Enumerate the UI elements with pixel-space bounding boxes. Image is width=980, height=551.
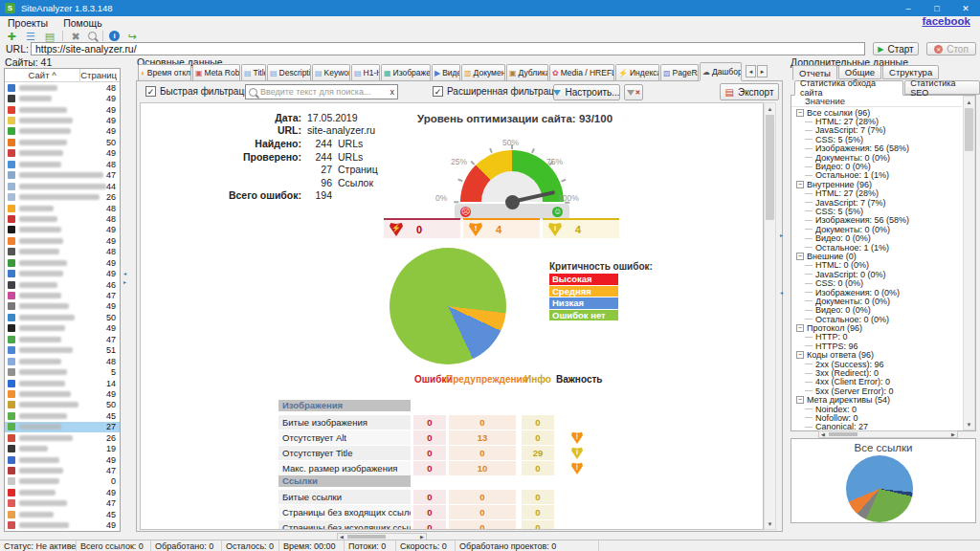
scrollbar-thumb[interactable] bbox=[766, 115, 774, 220]
main-tab[interactable]: ▣ Дубликаты bbox=[506, 64, 548, 80]
main-tab[interactable]: ▣ Meta Robots bbox=[192, 64, 240, 80]
main-tab[interactable]: ✿ Media / HREFLANG bbox=[549, 64, 614, 80]
tree-item[interactable]: − Остальное: 1 (1%) bbox=[791, 243, 962, 252]
tree-item[interactable]: − Noindex: 0 bbox=[791, 405, 962, 413]
site-row[interactable]: 47 bbox=[5, 334, 120, 344]
facebook-link[interactable]: facebook bbox=[923, 15, 971, 27]
tree-item[interactable]: − Видео: 0 (0%) bbox=[791, 162, 962, 170]
tree-item[interactable]: − HTML: 0 (0%) bbox=[791, 261, 962, 270]
site-row[interactable]: 47 bbox=[5, 290, 120, 300]
site-row[interactable]: 49 bbox=[5, 323, 120, 334]
tab-scroll-right-icon[interactable]: ▸ bbox=[757, 65, 768, 77]
site-row[interactable]: 46 bbox=[5, 279, 120, 290]
tree-item[interactable]: − HTTP: 0 bbox=[791, 333, 962, 342]
exit-icon[interactable]: ↪ bbox=[125, 31, 139, 42]
site-row[interactable]: 19 bbox=[5, 443, 120, 453]
site-row[interactable]: 26 bbox=[5, 432, 120, 443]
sites-list-header[interactable]: Сайт ^ Страниц bbox=[5, 69, 120, 82]
site-row[interactable]: 49 bbox=[5, 454, 120, 465]
site-row[interactable]: 49 bbox=[5, 126, 120, 137]
export-data-icon[interactable]: ▤ bbox=[43, 31, 56, 42]
site-row[interactable]: 49 bbox=[5, 388, 120, 399]
tree-item[interactable]: − 5xx (Server Error): 0 bbox=[791, 386, 962, 395]
scroll-up-icon[interactable]: ▲ bbox=[964, 97, 974, 107]
tree-item[interactable]: − Внешние (0) bbox=[791, 252, 962, 260]
tree-item[interactable]: − CSS: 0 (0%) bbox=[791, 278, 962, 287]
site-row[interactable]: 49 bbox=[5, 520, 120, 531]
tree-item[interactable]: − JavaScript: 7 (7%) bbox=[791, 198, 962, 207]
site-row[interactable]: 45 bbox=[5, 410, 120, 421]
table-row[interactable]: Макс. размер изображения 0 10 0 bbox=[278, 461, 623, 475]
site-row[interactable]: 51 bbox=[5, 345, 120, 356]
tree-item[interactable]: − 2xx (Success): 96 bbox=[791, 360, 962, 368]
main-tab[interactable]: ▤ Title bbox=[241, 64, 266, 80]
site-row[interactable]: 48 bbox=[5, 356, 120, 366]
start-button[interactable]: ▶ Старт bbox=[873, 42, 919, 55]
left-splitter[interactable]: ◂▸ bbox=[123, 271, 132, 285]
tree-item[interactable]: − HTTPS: 96 bbox=[791, 342, 962, 350]
site-row[interactable]: 5 bbox=[5, 366, 120, 377]
scrollbar-thumb[interactable] bbox=[347, 535, 386, 539]
site-row[interactable]: 49 bbox=[5, 225, 120, 235]
search-filter-input[interactable]: Введите текст для поиска... x bbox=[245, 84, 398, 99]
tree-item[interactable]: − HTML: 27 (28%) bbox=[791, 189, 962, 198]
site-row[interactable]: 49 bbox=[5, 301, 120, 312]
tree-item[interactable]: − CSS: 5 (5%) bbox=[791, 135, 962, 143]
main-tab[interactable]: ▤ Description bbox=[267, 64, 311, 80]
maximize-button[interactable]: □ bbox=[923, 0, 951, 16]
tree-item[interactable]: − Документы: 0 (0%) bbox=[791, 153, 962, 162]
tab-scroll-left-icon[interactable]: ◂ bbox=[746, 65, 756, 77]
info-icon[interactable]: i bbox=[109, 31, 120, 41]
tree-item[interactable]: − Остальное: 1 (1%) bbox=[791, 171, 962, 180]
main-tab[interactable]: ▧ PageRank bbox=[660, 64, 699, 80]
site-row[interactable]: 44 bbox=[5, 181, 120, 191]
scroll-down-icon[interactable]: ▼ bbox=[765, 518, 775, 529]
advanced-filter-checkbox[interactable] bbox=[433, 86, 443, 97]
site-row[interactable]: 45 bbox=[5, 509, 120, 519]
table-row[interactable]: Битые ссылки 0 0 0 bbox=[278, 490, 623, 504]
site-row[interactable]: 50 bbox=[5, 137, 120, 147]
site-row[interactable]: 50 bbox=[5, 400, 120, 410]
tree-item[interactable]: − HTML: 27 (28%) bbox=[791, 117, 962, 125]
stats-subtab[interactable]: Статистика SEO bbox=[904, 80, 980, 95]
main-tab[interactable]: ▤ Keywords bbox=[312, 64, 350, 80]
site-row[interactable]: 47 bbox=[5, 498, 120, 509]
tree-item[interactable]: − Документы: 0 (0%) bbox=[791, 225, 962, 233]
clear-search-icon[interactable]: x bbox=[390, 87, 395, 97]
site-row[interactable]: 49 bbox=[5, 104, 120, 115]
main-tab[interactable]: ◐ Время отклика bbox=[138, 64, 191, 80]
tree-item[interactable]: − JavaScript: 0 (0%) bbox=[791, 270, 962, 278]
tree-item[interactable]: − Изображения: 56 (58%) bbox=[791, 144, 962, 153]
search-icon[interactable] bbox=[88, 32, 97, 40]
tree-item[interactable]: − Мета директивы (54) bbox=[791, 396, 962, 405]
scrollbar-thumb[interactable] bbox=[829, 432, 858, 436]
menu-projects[interactable]: Проекты bbox=[0, 17, 56, 29]
quick-filter-checkbox[interactable] bbox=[145, 86, 156, 97]
table-row[interactable]: Страницы без входящих ссылок 0 0 0 bbox=[278, 505, 623, 519]
tree-item[interactable]: − Коды ответа (96) bbox=[791, 351, 962, 360]
tree-item[interactable]: − Документы: 0 (0%) bbox=[791, 297, 962, 305]
add-project-icon[interactable]: ✚ bbox=[5, 31, 18, 42]
stats-subtab[interactable]: Статистика обхода сайта bbox=[794, 80, 903, 96]
project-list-icon[interactable]: ☰ bbox=[24, 31, 37, 42]
tree-item[interactable]: − 3xx (Redirect): 0 bbox=[791, 368, 962, 377]
close-button[interactable]: ✕ bbox=[951, 0, 980, 16]
main-tab[interactable]: ▤ H1-H6 bbox=[351, 64, 380, 80]
table-row[interactable]: Страницы без исходящих ссылок 0 0 0 bbox=[278, 520, 623, 530]
site-row[interactable]: 49 bbox=[5, 257, 120, 268]
site-row[interactable]: 49 bbox=[5, 268, 120, 278]
scroll-up-icon[interactable]: ▲ bbox=[765, 103, 775, 114]
main-tab[interactable]: ☁ Дашборд bbox=[700, 62, 742, 80]
site-row[interactable]: 48 bbox=[5, 247, 120, 257]
tree-collapse-icon[interactable]: − bbox=[796, 109, 804, 117]
dashboard-scrollbar[interactable]: ▲ ▼ bbox=[764, 102, 776, 530]
site-row[interactable]: 48 bbox=[5, 203, 120, 213]
scroll-left-icon[interactable]: ◀ bbox=[819, 431, 827, 437]
site-row[interactable]: 48 bbox=[5, 159, 120, 169]
main-tab[interactable]: ▥ Документы bbox=[461, 64, 505, 80]
site-row[interactable]: 26 bbox=[5, 191, 120, 202]
site-row[interactable]: 48 bbox=[5, 213, 120, 224]
settings-icon[interactable]: ✖ bbox=[69, 31, 82, 42]
tree-item[interactable]: − Nofollow: 0 bbox=[791, 413, 962, 422]
tree-item[interactable]: − Протокол (96) bbox=[791, 323, 962, 332]
